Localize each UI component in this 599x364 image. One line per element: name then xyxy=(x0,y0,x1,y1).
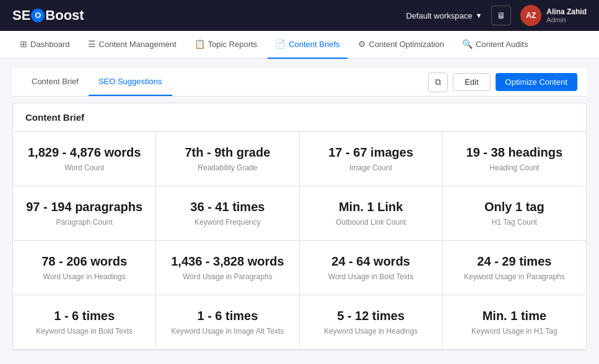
optimize-content-button[interactable]: Optimize Content xyxy=(496,73,577,91)
stat-label: Word Usage in Bold Texts xyxy=(309,272,433,281)
copy-button[interactable]: ⧉ xyxy=(428,72,448,92)
stat-value: 5 - 12 times xyxy=(309,309,433,323)
topic-reports-icon: 📋 xyxy=(195,39,205,49)
content-brief-section: Content Brief 1,829 - 4,876 words Word C… xyxy=(12,103,587,350)
workspace-label: Default workspace xyxy=(406,11,472,20)
subnav-label-content-optimization: Content Optimization xyxy=(369,40,444,49)
stat-cell: 24 - 64 words Word Usage in Bold Texts xyxy=(300,241,443,295)
stat-cell: 1,829 - 4,876 words Word Count xyxy=(13,132,156,186)
stat-cell: Only 1 tag H1 Tag Count xyxy=(443,186,586,241)
tab-seo-suggestions[interactable]: SEO Suggestions xyxy=(89,68,172,96)
stats-grid: 1,829 - 4,876 words Word Count 7th - 9th… xyxy=(13,132,586,350)
user-info: Alina Zahid Admin xyxy=(546,7,587,24)
stat-value: 1 - 6 times xyxy=(22,309,146,323)
subnav-item-content-audits[interactable]: 🔍 Content Audits xyxy=(455,31,536,59)
stat-value: 1,436 - 3,828 words xyxy=(165,254,289,269)
edit-button[interactable]: Edit xyxy=(453,73,490,91)
tabs-left: Content Brief SEO Suggestions xyxy=(22,68,172,96)
subnav-item-content-optimization[interactable]: ⚙ Content Optimization xyxy=(351,31,452,59)
chevron-down-icon: ▼ xyxy=(475,12,482,19)
content-area: Content Brief SEO Suggestions ⧉ Edit Opt… xyxy=(0,59,599,360)
stat-value: 17 - 67 images xyxy=(309,145,433,160)
stat-cell: 19 - 38 headings Heading Count xyxy=(443,132,586,186)
stat-cell: 36 - 41 times Keyword Frequency xyxy=(156,186,299,241)
stat-value: 19 - 38 headings xyxy=(452,145,577,160)
stat-cell: Min. 1 time Keyword Usage in H1 Tag xyxy=(443,295,586,350)
subnav-item-topic-reports[interactable]: 📋 Topic Reports xyxy=(187,31,265,59)
stat-cell: 97 - 194 paragraphs Paragraph Count xyxy=(13,186,156,241)
stat-cell: 1 - 6 times Keyword Usage in Bold Texts xyxy=(13,295,156,350)
stat-label: H1 Tag Count xyxy=(452,218,577,227)
stat-cell: 24 - 29 times Keyword Usage in Paragraph… xyxy=(443,241,586,295)
stat-value: 24 - 64 words xyxy=(309,254,433,269)
tabs-right: ⧉ Edit Optimize Content xyxy=(428,72,577,92)
stat-value: 1,829 - 4,876 words xyxy=(22,145,146,160)
stat-label: Heading Count xyxy=(452,163,577,172)
stat-label: Paragraph Count xyxy=(22,218,146,227)
stat-value: 7th - 9th grade xyxy=(165,145,289,160)
stat-label: Keyword Usage in H1 Tag xyxy=(452,327,577,336)
stat-value: 24 - 29 times xyxy=(452,254,577,269)
user-role: Admin xyxy=(546,16,587,24)
logo-circle: O xyxy=(31,9,45,22)
monitor-icon[interactable]: 🖥 xyxy=(491,6,511,25)
content-briefs-icon: 📄 xyxy=(275,39,286,49)
stat-cell: 1 - 6 times Keyword Usage in Image Alt T… xyxy=(156,295,299,350)
stat-cell: 17 - 67 images Image Count xyxy=(300,132,443,186)
subnav-label-content-audits: Content Audits xyxy=(476,40,528,49)
stat-value: Only 1 tag xyxy=(452,200,577,214)
workspace-selector[interactable]: Default workspace ▼ xyxy=(406,11,482,20)
subnav: ⊞ Dashboard ☰ Content Management 📋 Topic… xyxy=(0,31,599,59)
stat-value: 1 - 6 times xyxy=(165,309,289,323)
stat-value: Min. 1 Link xyxy=(309,200,433,214)
subnav-label-dashboard: Dashboard xyxy=(30,40,70,49)
dashboard-icon: ⊞ xyxy=(20,39,27,49)
stat-label: Outbound Link Count xyxy=(309,218,433,227)
subnav-label-content-briefs: Content Briefs xyxy=(289,40,339,49)
stat-value: 36 - 41 times xyxy=(165,200,289,214)
stat-label: Word Count xyxy=(22,163,146,172)
stat-cell: 7th - 9th grade Readability Grade xyxy=(156,132,299,186)
copy-icon: ⧉ xyxy=(435,77,441,87)
stat-label: Readability Grade xyxy=(165,163,289,172)
subnav-item-dashboard[interactable]: ⊞ Dashboard xyxy=(12,31,77,59)
stat-label: Keyword Frequency xyxy=(165,218,289,227)
content-audits-icon: 🔍 xyxy=(462,39,473,49)
stat-cell: 1,436 - 3,828 words Word Usage in Paragr… xyxy=(156,241,299,295)
user-name: Alina Zahid xyxy=(546,7,587,16)
logo: SEOBoost xyxy=(12,7,84,24)
content-optimization-icon: ⚙ xyxy=(358,39,366,49)
stat-cell: 5 - 12 times Keyword Usage in Headings xyxy=(300,295,443,350)
subnav-label-topic-reports: Topic Reports xyxy=(208,40,257,49)
tabs-row: Content Brief SEO Suggestions ⧉ Edit Opt… xyxy=(12,68,587,97)
user-section: AZ Alina Zahid Admin xyxy=(520,5,587,26)
logo-boost: Boost xyxy=(45,7,84,24)
stat-label: Image Count xyxy=(309,163,433,172)
subnav-item-content-management[interactable]: ☰ Content Management xyxy=(81,31,184,59)
stat-cell: 78 - 206 words Word Usage in Headings xyxy=(13,241,156,295)
stat-label: Keyword Usage in Image Alt Texts xyxy=(165,327,289,336)
logo-seo: SE xyxy=(12,7,30,24)
stat-value: 97 - 194 paragraphs xyxy=(22,200,146,214)
stat-label: Keyword Usage in Headings xyxy=(309,327,433,336)
stat-label: Keyword Usage in Bold Texts xyxy=(22,327,146,336)
stat-label: Word Usage in Headings xyxy=(22,272,146,281)
stat-cell: Min. 1 Link Outbound Link Count xyxy=(300,186,443,241)
stat-label: Keyword Usage in Paragraphs xyxy=(452,272,577,281)
stat-label: Word Usage in Paragraphs xyxy=(165,272,289,281)
topbar-right: Default workspace ▼ 🖥 AZ Alina Zahid Adm… xyxy=(406,5,587,26)
subnav-label-content-management: Content Management xyxy=(99,40,177,49)
stat-value: Min. 1 time xyxy=(452,309,577,323)
tab-content-brief[interactable]: Content Brief xyxy=(22,68,89,96)
subnav-item-content-briefs[interactable]: 📄 Content Briefs xyxy=(268,31,347,59)
section-title: Content Brief xyxy=(13,103,586,132)
stat-value: 78 - 206 words xyxy=(22,254,146,269)
topbar: SEOBoost Default workspace ▼ 🖥 AZ Alina … xyxy=(0,0,599,31)
content-management-icon: ☰ xyxy=(88,39,96,49)
avatar: AZ xyxy=(520,5,541,26)
